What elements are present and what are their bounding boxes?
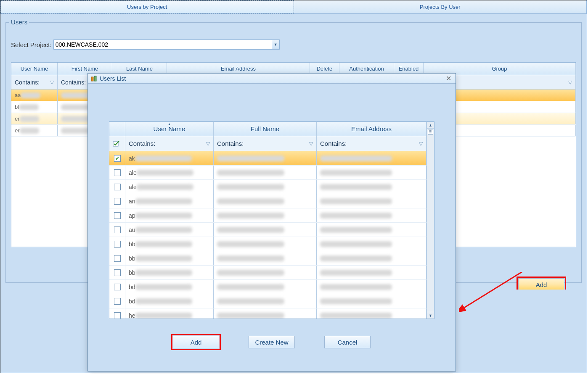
project-select-input[interactable]: [54, 40, 272, 49]
cell-full: [214, 223, 317, 237]
cell-user: er: [11, 113, 58, 124]
cell-full: [214, 308, 317, 319]
tab-projects-by-user[interactable]: Projects By User: [294, 0, 587, 13]
cell-email: [317, 151, 426, 165]
dialog-grid-body: ✔akalealeanapaubbbbbbbdbdhe: [109, 151, 426, 319]
cell-email: [317, 223, 426, 237]
tab-users-by-project[interactable]: Users by Project: [0, 0, 294, 13]
row-checkbox[interactable]: [109, 308, 125, 319]
project-select[interactable]: ▼: [53, 40, 280, 50]
cell-user: bb: [125, 237, 214, 251]
project-select-label: Select Project:: [11, 41, 52, 48]
dlg-filter-user[interactable]: Contains:▽: [125, 136, 214, 151]
dialog-grid: ▲User Name Full Name Email Address Conta…: [109, 121, 434, 319]
cell-full: [214, 237, 317, 251]
filter-icon[interactable]: ▽: [419, 141, 423, 147]
list-item[interactable]: ap: [109, 208, 426, 223]
list-item[interactable]: bb: [109, 251, 426, 266]
cell-full: [214, 280, 317, 294]
cell-email: [317, 237, 426, 251]
cell-email: [317, 308, 426, 319]
cell-user: an: [125, 194, 214, 208]
col-email[interactable]: Email Address: [317, 122, 426, 136]
row-checkbox[interactable]: [109, 237, 125, 251]
scroll-up-icon[interactable]: ▲: [427, 122, 434, 129]
dlg-filter-email[interactable]: Contains:▽: [317, 136, 426, 151]
cell-user: aa: [11, 90, 58, 101]
filter-icon[interactable]: ▽: [309, 141, 313, 147]
cell-email: [317, 266, 426, 279]
row-checkbox[interactable]: [109, 180, 125, 194]
dialog-titlebar[interactable]: Users List ✕: [88, 74, 456, 84]
filter-icon[interactable]: ▽: [50, 79, 54, 85]
cell-user: bb: [125, 251, 214, 265]
list-item[interactable]: he: [109, 308, 426, 319]
row-checkbox[interactable]: [109, 194, 125, 208]
dlg-filter-full[interactable]: Contains:▽: [214, 136, 317, 151]
dialog-title: Users List: [100, 75, 126, 82]
project-select-dropdown-icon[interactable]: ▼: [272, 40, 279, 49]
dialog-app-icon: [90, 75, 97, 82]
panel-legend: Users: [9, 18, 29, 26]
cell-user: bb: [125, 266, 214, 279]
dialog-scrollbar[interactable]: ▲ ≡ ▼: [426, 122, 434, 319]
cell-email: [317, 194, 426, 208]
list-item[interactable]: ale: [109, 166, 426, 180]
close-icon[interactable]: ✕: [444, 74, 453, 82]
dialog-grid-header: ▲User Name Full Name Email Address: [109, 122, 426, 136]
cell-email: [317, 166, 426, 179]
row-checkbox[interactable]: [109, 166, 125, 179]
dialog-add-button[interactable]: Add: [173, 336, 219, 348]
cell-user: he: [125, 308, 214, 319]
row-checkbox[interactable]: [109, 251, 125, 265]
list-item[interactable]: bd: [109, 280, 426, 294]
row-checkbox[interactable]: [109, 294, 125, 308]
svg-rect-1: [91, 77, 93, 81]
list-item[interactable]: an: [109, 194, 426, 208]
list-item[interactable]: bb: [109, 237, 426, 251]
row-checkbox[interactable]: [109, 223, 125, 237]
app-window: Users by Project Projects By User Users …: [0, 0, 587, 373]
cell-user: ak: [125, 151, 214, 165]
dialog-body: ▲User Name Full Name Email Address Conta…: [88, 84, 456, 357]
cell-user: ale: [125, 166, 214, 179]
dialog-cancel-button[interactable]: Cancel: [324, 336, 371, 348]
cell-email: [317, 208, 426, 222]
cell-user: er: [11, 125, 58, 136]
project-select-row: Select Project: ▼: [11, 40, 576, 50]
cell-user: ap: [125, 208, 214, 222]
row-checkbox[interactable]: ✔: [109, 151, 125, 165]
cell-email: [317, 180, 426, 194]
cell-full: [214, 251, 317, 265]
cell-user: au: [125, 223, 214, 237]
cell-email: [317, 294, 426, 308]
filter-user[interactable]: Contains:▽: [11, 75, 58, 89]
list-item[interactable]: au: [109, 223, 426, 237]
sort-asc-icon: ▲: [168, 122, 171, 126]
dialog-create-new-button[interactable]: Create New: [249, 336, 295, 348]
filter-icon[interactable]: ▽: [206, 141, 210, 147]
cell-full: [214, 151, 317, 165]
col-user-name[interactable]: User Name: [11, 63, 58, 75]
col-full-name[interactable]: Full Name: [214, 122, 317, 136]
filter-icon[interactable]: ▽: [568, 79, 572, 85]
filter-check-icon[interactable]: [109, 136, 125, 151]
users-list-dialog: Users List ✕ ▲User Name Full Name Email …: [87, 73, 456, 371]
add-button-main[interactable]: Add: [518, 278, 564, 291]
col-checkbox[interactable]: [109, 122, 125, 136]
list-item[interactable]: ale: [109, 180, 426, 194]
cell-full: [214, 194, 317, 208]
row-checkbox[interactable]: [109, 280, 125, 294]
col-user-name[interactable]: ▲User Name: [125, 122, 214, 136]
cell-email: [317, 280, 426, 294]
row-checkbox[interactable]: [109, 266, 125, 279]
cell-user: bl: [11, 101, 58, 113]
scroll-options-icon[interactable]: ≡: [428, 129, 433, 134]
row-checkbox[interactable]: [109, 208, 125, 222]
list-item[interactable]: bd: [109, 294, 426, 308]
cell-full: [214, 166, 317, 179]
list-item[interactable]: bb: [109, 266, 426, 280]
list-item[interactable]: ✔ak: [109, 151, 426, 166]
scroll-down-icon[interactable]: ▼: [427, 312, 434, 319]
dialog-buttons: Add Create New Cancel: [109, 336, 434, 348]
